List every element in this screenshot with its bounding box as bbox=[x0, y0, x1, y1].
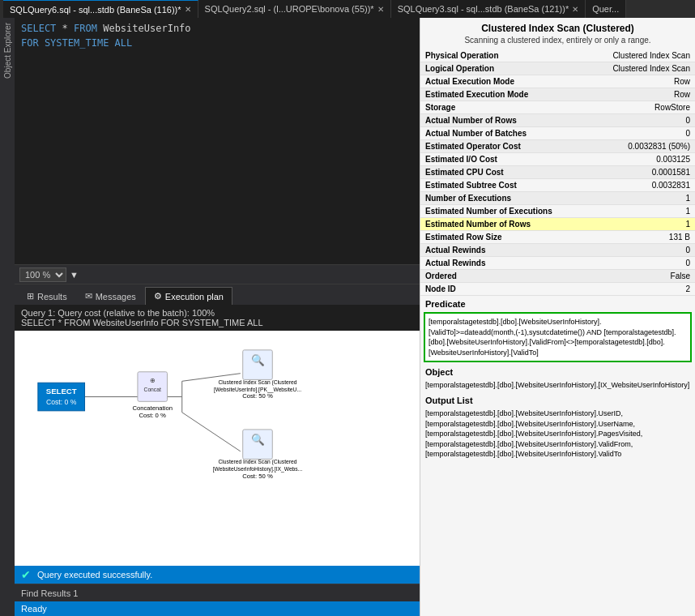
tab-messages[interactable]: ✉ Messages bbox=[76, 287, 145, 305]
status-success-icon: ✔ bbox=[21, 568, 31, 581]
prop-label-13: Estimated Number of Rows bbox=[420, 218, 571, 231]
prop-value-11: 1 bbox=[571, 192, 695, 205]
tab-sqlquery6[interactable]: SQLQuery6.sql - sql...stdb (BaneSa (116)… bbox=[3, 0, 198, 18]
prop-label-1: Logical Operation bbox=[420, 62, 571, 75]
object-content: [temporalstagetestdb].[dbo].[WebsiteUser… bbox=[420, 379, 695, 392]
prop-label-0: Physical Operation bbox=[420, 49, 571, 62]
prop-value-15: 0 bbox=[571, 244, 695, 257]
prop-row-5: Actual Number of Rows0 bbox=[420, 114, 695, 127]
prop-label-3: Estimated Execution Mode bbox=[420, 88, 571, 101]
prop-value-7: 0.0032831 (50%) bbox=[571, 140, 695, 153]
prop-row-6: Actual Number of Batches0 bbox=[420, 127, 695, 140]
prop-label-11: Number of Executions bbox=[420, 192, 571, 205]
svg-text:Concat: Concat bbox=[144, 387, 161, 392]
results-icon: ⊞ bbox=[27, 291, 34, 302]
query-info-line2: SELECT * FROM WebsiteUserInfo FOR SYSTEM… bbox=[21, 318, 413, 327]
prop-value-10: 0.0032831 bbox=[571, 179, 695, 192]
prop-value-17: False bbox=[571, 270, 695, 283]
close-tab-sqlquery3[interactable]: ✕ bbox=[572, 5, 578, 14]
prop-label-4: Storage bbox=[420, 101, 571, 114]
svg-text:⊕: ⊕ bbox=[150, 377, 156, 384]
prop-label-10: Estimated Subtree Cost bbox=[420, 179, 571, 192]
messages-icon: ✉ bbox=[85, 291, 92, 302]
prop-label-7: Estimated Operator Cost bbox=[420, 140, 571, 153]
prop-row-15: Actual Rewinds0 bbox=[420, 244, 695, 257]
close-tab-sqlquery6[interactable]: ✕ bbox=[185, 5, 191, 14]
tab-sqlquery2[interactable]: SQLQuery2.sql - (l...UROPE\bonova (55))*… bbox=[198, 0, 391, 18]
prop-label-12: Estimated Number of Executions bbox=[420, 205, 571, 218]
output-content: [temporalstagetestdb].[dbo].[WebsiteUser… bbox=[420, 407, 695, 461]
prop-value-6: 0 bbox=[571, 127, 695, 140]
prop-label-6: Actual Number of Batches bbox=[420, 127, 571, 140]
prop-label-16: Actual Rewinds bbox=[420, 257, 571, 270]
predicate-title: Predicate bbox=[420, 296, 695, 310]
prop-value-8: 0.003125 bbox=[571, 153, 695, 166]
title-bar: SQLQuery6.sql - sql...stdb (BaneSa (116)… bbox=[0, 0, 695, 18]
prop-label-18: Node ID bbox=[420, 283, 571, 296]
svg-text:SELECT: SELECT bbox=[46, 387, 77, 396]
svg-text:🔍: 🔍 bbox=[251, 353, 265, 367]
sidebar-label[interactable]: Object Explorer bbox=[3, 18, 12, 83]
prop-row-9: Estimated CPU Cost0.0001581 bbox=[420, 166, 695, 179]
sql-tablename: WebsiteUserInfo bbox=[103, 23, 190, 34]
prop-value-4: RowStore bbox=[571, 101, 695, 114]
query-result: Query 1: Query cost (relative to the bat… bbox=[15, 305, 420, 331]
status-bar: ✔ Query executed successfully. bbox=[15, 566, 420, 584]
sql-editor[interactable]: SELECT * FROM WebsiteUserInfo FOR SYSTEM… bbox=[15, 18, 420, 264]
tab-results[interactable]: ⊞ Results bbox=[18, 287, 76, 305]
prop-row-2: Actual Execution ModeRow bbox=[420, 75, 695, 88]
prop-value-0: Clustered Index Scan bbox=[571, 49, 695, 62]
svg-text:Concatenation: Concatenation bbox=[132, 404, 173, 412]
right-panel-subtitle: Scanning a clustered index, entirely or … bbox=[420, 36, 695, 49]
sql-line-1: SELECT * FROM WebsiteUserInfo bbox=[21, 21, 413, 36]
zoom-select[interactable]: 100 % 75 % 50 % 150 % bbox=[19, 267, 66, 282]
svg-text:Clustered Index Scan (Clustere: Clustered Index Scan (Clustered bbox=[218, 459, 296, 465]
predicate-box: [temporalstagetestdb].[dbo].[WebsiteUser… bbox=[424, 312, 692, 362]
tab-quer[interactable]: Quer... bbox=[586, 0, 626, 18]
prop-value-16: 0 bbox=[571, 257, 695, 270]
result-tabs: ⊞ Results ✉ Messages ⚙ Execution plan bbox=[15, 284, 420, 305]
prop-value-9: 0.0001581 bbox=[571, 166, 695, 179]
tab-execution-plan[interactable]: ⚙ Execution plan bbox=[145, 287, 232, 305]
sidebar: Object Explorer bbox=[0, 18, 15, 616]
prop-row-17: OrderedFalse bbox=[420, 270, 695, 283]
prop-value-13: 1 bbox=[571, 218, 695, 231]
prop-row-11: Number of Executions1 bbox=[420, 192, 695, 205]
find-results-label: Find Results 1 bbox=[21, 588, 78, 598]
main-area: Object Explorer SELECT * FROM WebsiteUse… bbox=[0, 18, 695, 616]
sql-line-2: FOR SYSTEM_TIME ALL bbox=[21, 36, 413, 50]
svg-text:Cost: 50 %: Cost: 50 % bbox=[242, 392, 273, 400]
tab-sqlquery3[interactable]: SQLQuery3.sql - sql...stdb (BaneSa (121)… bbox=[391, 0, 586, 18]
prop-label-14: Estimated Row Size bbox=[420, 231, 571, 244]
prop-value-12: 1 bbox=[571, 205, 695, 218]
query-info-line1: Query 1: Query cost (relative to the bat… bbox=[21, 308, 413, 318]
prop-label-2: Actual Execution Mode bbox=[420, 75, 571, 88]
prop-value-2: Row bbox=[571, 75, 695, 88]
prop-row-7: Estimated Operator Cost0.0032831 (50%) bbox=[420, 140, 695, 153]
svg-text:Clustered Index Scan (Clustere: Clustered Index Scan (Clustered bbox=[218, 379, 296, 386]
prop-label-17: Ordered bbox=[420, 270, 571, 283]
prop-label-9: Estimated CPU Cost bbox=[420, 166, 571, 179]
output-title: Output List bbox=[420, 392, 695, 407]
prop-value-14: 131 B bbox=[571, 231, 695, 244]
prop-label-15: Actual Rewinds bbox=[420, 244, 571, 257]
prop-row-13: Estimated Number of Rows1 bbox=[420, 218, 695, 231]
status-message: Query executed successfully. bbox=[37, 570, 152, 580]
ready-bar: Ready bbox=[15, 601, 420, 616]
close-tab-sqlquery2[interactable]: ✕ bbox=[377, 5, 384, 14]
properties-table: Physical OperationClustered Index ScanLo… bbox=[420, 49, 695, 296]
svg-text:Cost: 50 %: Cost: 50 % bbox=[242, 473, 273, 480]
prop-label-8: Estimated I/O Cost bbox=[420, 153, 571, 166]
ready-label: Ready bbox=[21, 604, 47, 614]
prop-row-3: Estimated Execution ModeRow bbox=[420, 88, 695, 101]
results-label: Results bbox=[37, 292, 67, 302]
sql-star: * bbox=[62, 23, 74, 34]
plan-area[interactable]: SELECT Cost: 0 % ⊕ Concat Concatenation … bbox=[15, 331, 420, 566]
prop-row-10: Estimated Subtree Cost0.0032831 bbox=[420, 179, 695, 192]
prop-row-16: Actual Rewinds0 bbox=[420, 257, 695, 270]
prop-value-1: Clustered Index Scan bbox=[571, 62, 695, 75]
messages-label: Messages bbox=[96, 292, 136, 302]
right-panel: Clustered Index Scan (Clustered) Scannin… bbox=[420, 18, 695, 616]
plan-svg: SELECT Cost: 0 % ⊕ Concat Concatenation … bbox=[15, 331, 420, 525]
tab-sqlquery2-label: SQLQuery2.sql - (l...UROPE\bonova (55))* bbox=[205, 4, 374, 14]
